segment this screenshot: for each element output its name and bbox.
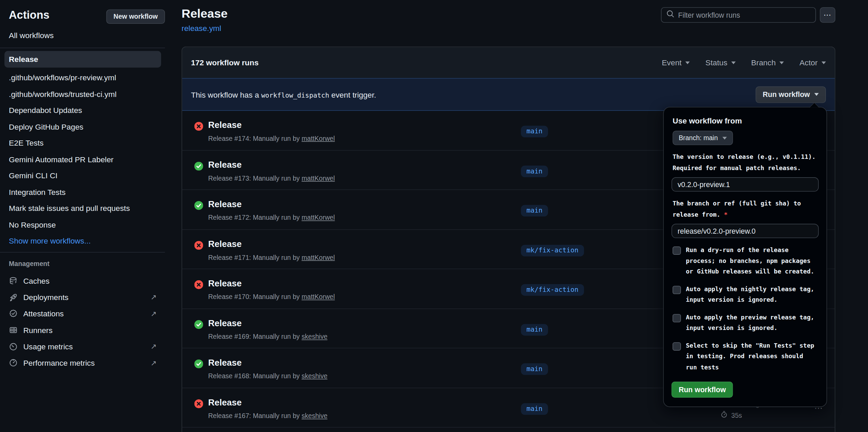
- run-title-link[interactable]: Release: [208, 397, 242, 407]
- sidebar-item-runners[interactable]: Runners: [0, 322, 169, 338]
- checkbox[interactable]: [673, 314, 681, 322]
- run-success-icon: [194, 162, 203, 170]
- caret-down-icon: [821, 61, 826, 64]
- workflow-file-link[interactable]: release.yml: [182, 24, 221, 33]
- database-icon: [9, 276, 18, 285]
- filter-dropdown-status[interactable]: Status: [705, 58, 736, 67]
- run-actor-link[interactable]: mattKorwel: [302, 174, 335, 182]
- workflow-dispatch-code: workflow_dispatch: [261, 91, 329, 99]
- meter-icon: [9, 342, 18, 351]
- sidebar-divider: [0, 252, 165, 253]
- run-title-link[interactable]: Release: [208, 239, 242, 249]
- sidebar-workflow-item[interactable]: Deploy GitHub Pages: [0, 119, 169, 135]
- sidebar-workflow-item[interactable]: Integration Tests: [0, 184, 169, 200]
- run-title-link[interactable]: Release: [208, 160, 242, 170]
- run-success-icon: [194, 360, 203, 368]
- new-workflow-button[interactable]: New workflow: [106, 10, 165, 24]
- sidebar-item-caches[interactable]: Caches: [0, 272, 169, 289]
- sidebar-divider: [0, 48, 165, 48]
- sidebar-workflow-item[interactable]: Dependabot Updates: [0, 102, 169, 119]
- checkbox[interactable]: [673, 342, 681, 350]
- page-title: Release: [182, 7, 227, 21]
- caret-down-icon: [814, 93, 819, 96]
- sidebar-item-deployments[interactable]: Deployments↗: [0, 289, 169, 305]
- branch-badge[interactable]: mk/fix-action: [521, 245, 584, 256]
- sidebar-workflow-item[interactable]: .github/workflows/pr-review.yml: [0, 70, 169, 86]
- version-input-label: The version to release (e.g., v0.1.11). …: [673, 152, 818, 173]
- filter-dropdown-branch[interactable]: Branch: [751, 58, 784, 67]
- run-subtitle: Release #168: Manually run by skeshive: [208, 372, 327, 380]
- run-title-link[interactable]: Release: [208, 199, 242, 209]
- filter-workflow-runs-input[interactable]: Filter workflow runs: [661, 7, 816, 23]
- run-actor-link[interactable]: mattKorwel: [302, 253, 335, 261]
- sidebar-workflow-item[interactable]: No Response: [0, 217, 169, 233]
- runs-panel-header: 172 workflow runs EventStatusBranchActor: [182, 47, 835, 78]
- workflow-input-checkbox-row: Select to skip the "Run Tests" step in t…: [673, 340, 818, 373]
- sidebar-workflow-item[interactable]: Mark stale issues and pull requests: [0, 200, 169, 217]
- checkbox-label: Run a dry-run of the release process; no…: [686, 245, 818, 277]
- branch-badge[interactable]: main: [521, 403, 548, 415]
- sidebar-workflow-item[interactable]: Gemini CLI CI: [0, 168, 169, 184]
- branch-badge[interactable]: main: [521, 324, 548, 335]
- management-item-label: Runners: [23, 326, 52, 334]
- branch-badge[interactable]: main: [521, 363, 548, 375]
- checkbox[interactable]: [673, 247, 681, 255]
- run-workflow-submit-button[interactable]: Run workflow: [671, 382, 733, 398]
- server-icon: [9, 326, 18, 334]
- workflow-input-checkbox-row: Run a dry-run of the release process; no…: [673, 245, 818, 277]
- branch-badge[interactable]: main: [521, 205, 548, 216]
- run-actor-link[interactable]: skeshive: [302, 333, 327, 340]
- caret-down-icon: [685, 61, 690, 64]
- branch-badge[interactable]: mk/fix-action: [521, 284, 584, 296]
- run-actor-link[interactable]: mattKorwel: [302, 214, 335, 221]
- run-failure-icon: [194, 122, 203, 131]
- run-subtitle: Release #167: Manually run by skeshive: [208, 412, 327, 420]
- run-title-link[interactable]: Release: [208, 318, 242, 328]
- branch-select-button[interactable]: Branch: main: [673, 131, 733, 145]
- show-more-workflows-link[interactable]: Show more workflows...: [0, 233, 169, 249]
- filter-dropdown-event[interactable]: Event: [662, 58, 690, 67]
- checkbox[interactable]: [673, 285, 681, 294]
- sidebar-item-usage-metrics[interactable]: Usage metrics↗: [0, 338, 169, 354]
- run-subtitle: Release #173: Manually run by mattKorwel: [208, 174, 335, 182]
- filter-placeholder: Filter workflow runs: [678, 11, 740, 19]
- sidebar-workflow-item[interactable]: Release: [4, 51, 161, 68]
- workflow-options-kebab-button[interactable]: ⋯: [820, 7, 835, 23]
- management-list: CachesDeployments↗Attestations↗RunnersUs…: [0, 272, 169, 371]
- ref-input[interactable]: [671, 224, 819, 238]
- run-subtitle: Release #174: Manually run by mattKorwel: [208, 135, 335, 143]
- checkbox-label: Auto apply the preview release tag, inpu…: [686, 312, 818, 333]
- run-success-icon: [194, 201, 203, 210]
- verified-icon: [9, 309, 18, 318]
- banner-text: This workflow has a workflow_dispatch ev…: [191, 90, 376, 99]
- sidebar: Actions New workflow All workflows Relea…: [0, 0, 169, 432]
- branch-badge[interactable]: main: [521, 126, 548, 137]
- run-actor-link[interactable]: skeshive: [302, 372, 327, 380]
- sidebar-workflow-item[interactable]: E2E Tests: [0, 135, 169, 151]
- external-link-icon: ↗: [151, 293, 157, 301]
- run-failure-icon: [194, 240, 203, 249]
- sidebar-item-attestations[interactable]: Attestations↗: [0, 305, 169, 322]
- sidebar-item-all-workflows[interactable]: All workflows: [9, 31, 54, 40]
- sidebar-workflow-item[interactable]: .github/workflows/trusted-ci.yml: [0, 86, 169, 102]
- sidebar-item-performance-metrics[interactable]: Performance metrics↗: [0, 355, 169, 371]
- run-actor-link[interactable]: skeshive: [302, 412, 327, 420]
- run-title-link[interactable]: Release: [208, 358, 242, 368]
- management-item-label: Caches: [23, 276, 49, 285]
- popup-title: Use workflow from: [673, 116, 819, 125]
- run-actor-link[interactable]: mattKorwel: [302, 293, 335, 301]
- run-failure-icon: [194, 399, 203, 408]
- actions-page: Actions New workflow All workflows Relea…: [0, 0, 868, 432]
- external-link-icon: ↗: [151, 342, 157, 350]
- run-title-link[interactable]: Release: [208, 120, 242, 130]
- branch-badge[interactable]: main: [521, 165, 548, 177]
- filter-dropdown-actor[interactable]: Actor: [800, 58, 826, 67]
- version-input[interactable]: [671, 177, 819, 192]
- run-workflow-dropdown-button[interactable]: Run workflow: [755, 86, 826, 103]
- run-failure-icon: [194, 280, 203, 289]
- run-workflow-popup: Use workflow from Branch: main The versi…: [663, 107, 827, 407]
- sidebar-workflow-item[interactable]: Gemini Automated PR Labeler: [0, 151, 169, 168]
- run-title-link[interactable]: Release: [208, 279, 242, 288]
- run-actor-link[interactable]: mattKorwel: [302, 135, 335, 143]
- external-link-icon: ↗: [151, 359, 157, 367]
